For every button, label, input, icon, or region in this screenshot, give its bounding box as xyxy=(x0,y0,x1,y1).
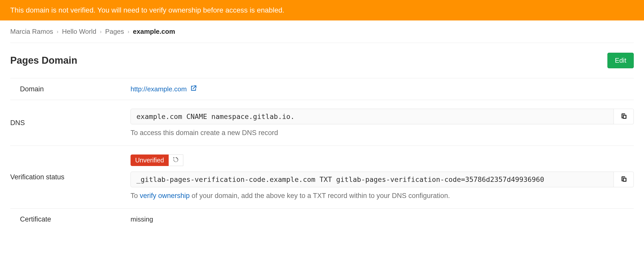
breadcrumb-link[interactable]: Hello World xyxy=(62,28,96,36)
copy-icon xyxy=(620,175,627,183)
row-domain: Domain http://example.com xyxy=(10,78,634,100)
row-verification: Verification status Unverified xyxy=(10,146,634,209)
verification-badge-group: Unverified xyxy=(131,154,634,166)
retry-icon xyxy=(173,157,179,164)
domain-link[interactable]: http://example.com xyxy=(131,85,197,93)
verification-record-box[interactable]: _gitlab-pages-verification-code.example.… xyxy=(131,172,614,187)
breadcrumb-current: example.com xyxy=(133,28,175,36)
verification-help-text: To verify ownership of your domain, add … xyxy=(131,192,634,200)
dns-help-text: To access this domain create a new DNS r… xyxy=(131,129,634,137)
page-header: Pages Domain Edit xyxy=(10,43,634,78)
chevron-right-icon: › xyxy=(128,29,130,35)
row-certificate: Certificate missing xyxy=(10,209,634,230)
details-table: Domain http://example.com DNS xyxy=(10,78,634,230)
row-dns: DNS example.com CNAME namespace.gitlab.i… xyxy=(10,100,634,146)
edit-button[interactable]: Edit xyxy=(607,53,634,68)
breadcrumb: Marcia Ramos › Hello World › Pages › exa… xyxy=(10,20,634,43)
domain-url-text: http://example.com xyxy=(131,85,187,93)
verification-label: Verification status xyxy=(10,146,131,209)
copy-verification-button[interactable] xyxy=(614,172,634,187)
dns-label: DNS xyxy=(10,100,131,146)
verification-record-group: _gitlab-pages-verification-code.example.… xyxy=(131,172,634,187)
breadcrumb-link[interactable]: Pages xyxy=(105,28,124,36)
chevron-right-icon: › xyxy=(57,29,59,35)
certificate-label: Certificate xyxy=(10,209,131,230)
dns-record-group: example.com CNAME namespace.gitlab.io. xyxy=(131,109,634,124)
copy-dns-button[interactable] xyxy=(614,109,634,124)
domain-label: Domain xyxy=(10,78,131,100)
alert-banner: This domain is not verified. You will ne… xyxy=(0,0,644,20)
certificate-value: missing xyxy=(131,209,634,230)
page-title: Pages Domain xyxy=(10,55,77,66)
verify-ownership-link[interactable]: verify ownership xyxy=(140,192,190,200)
external-link-icon xyxy=(190,85,197,92)
chevron-right-icon: › xyxy=(100,29,102,35)
dns-record-box[interactable]: example.com CNAME namespace.gitlab.io. xyxy=(131,109,614,124)
retry-verification-button[interactable] xyxy=(169,154,183,166)
breadcrumb-link[interactable]: Marcia Ramos xyxy=(10,28,53,36)
alert-text: This domain is not verified. You will ne… xyxy=(10,6,284,14)
unverified-badge: Unverified xyxy=(131,154,169,166)
copy-icon xyxy=(620,113,627,120)
